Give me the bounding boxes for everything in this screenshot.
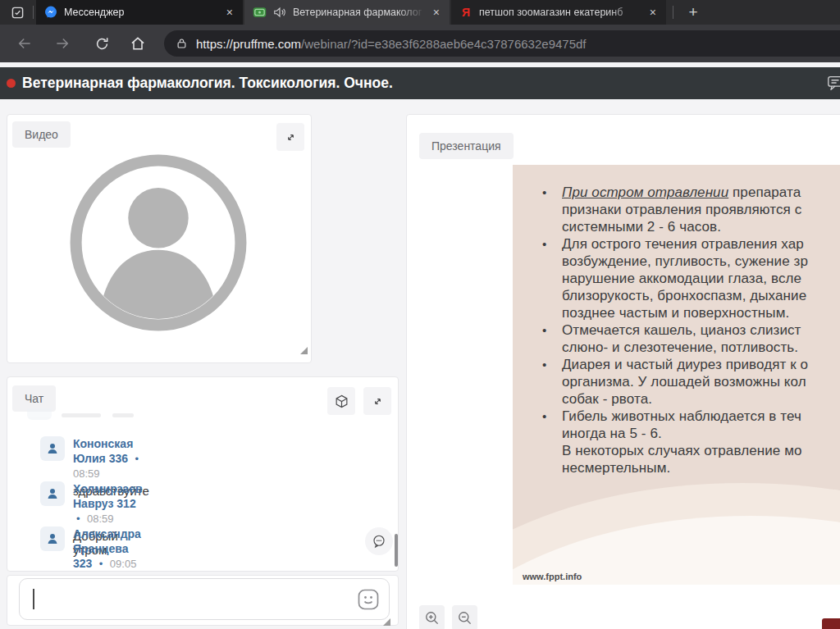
slide-text: Отмечается кашель, цианоз слизист	[562, 321, 808, 339]
presentation-panel-label: Презентация	[419, 133, 514, 159]
messenger-favicon-icon	[44, 6, 57, 19]
message-time: 08:59	[87, 513, 114, 525]
chat-bubble-icon	[827, 75, 840, 90]
slide-text: несмертельным.	[562, 459, 808, 476]
arrow-right-icon	[54, 35, 71, 52]
sender-name: Холмирзаев Навруз 312	[73, 482, 143, 510]
smiley-icon	[358, 589, 379, 610]
webinar-header: Ветеринарная фармакология. Токсикология.…	[0, 67, 840, 99]
tab-separator	[673, 6, 673, 19]
avatar	[40, 481, 65, 506]
slide-text: В некоторых случаях отравление мо	[562, 442, 808, 459]
message-header: Александра Яранцева 323 • 09:05 Яранцева…	[73, 526, 141, 572]
tab-messenger[interactable]: Мессенджер ×	[36, 0, 243, 25]
tab-separator	[33, 6, 34, 19]
forward-button[interactable]	[49, 31, 75, 56]
avatar	[27, 408, 52, 420]
video-panel: Видео	[7, 114, 312, 363]
close-icon[interactable]: ×	[431, 6, 441, 19]
chat-panel: Чат Кононская Юлия 336 • 08:5	[7, 376, 399, 572]
refresh-icon	[94, 36, 110, 52]
close-icon[interactable]: ×	[648, 6, 658, 19]
audio-playing-icon	[273, 7, 286, 18]
avatar-placeholder	[70, 154, 247, 331]
meta-separator: •	[76, 513, 80, 525]
avatar	[40, 436, 65, 461]
chat-expand-button[interactable]	[363, 387, 391, 415]
slide-text: собак - рвота.	[562, 390, 808, 408]
tab-title: петшоп зоомагазин екатеринб	[479, 7, 641, 18]
browser-tab-bar: Мессенджер × Ветеринарная фармаколог × Я…	[0, 0, 840, 25]
browser-toolbar: https://pruffme.com/webinar/?id=e38e3f62…	[0, 25, 840, 62]
slide-text: препарата	[728, 185, 801, 200]
chat-message-input[interactable]	[19, 578, 390, 620]
new-message-indicator-button[interactable]	[365, 527, 393, 555]
lock-icon	[176, 37, 188, 50]
tab-webinar[interactable]: Ветеринарная фармаколог ×	[244, 0, 450, 25]
slide-text: признаки отравления проявляются с	[562, 201, 808, 218]
presentation-slide: • При остром отравлении препарата призна…	[513, 165, 840, 585]
meta-separator: •	[135, 453, 139, 465]
zoom-out-button[interactable]	[452, 605, 477, 629]
chat-cube-button[interactable]	[327, 387, 355, 415]
clipped-text	[62, 413, 101, 417]
person-icon	[46, 532, 59, 545]
chat-input-panel	[7, 575, 399, 626]
message-time: 08:59	[73, 467, 100, 480]
slide-bullet: • Гибель животных наблюдается в теч иног…	[542, 408, 808, 476]
chat-bubble-dots-icon	[372, 534, 386, 549]
slide-text: Гибель животных наблюдается в теч	[562, 408, 808, 425]
home-button[interactable]	[125, 31, 151, 56]
person-avatar-icon	[70, 154, 247, 331]
text-caret	[33, 589, 34, 609]
avatar	[40, 526, 65, 551]
webinar-title: Ветеринарная фармакология. Токсикология.…	[22, 75, 393, 92]
expand-icon	[284, 130, 298, 144]
yandex-favicon-icon: Я	[459, 6, 472, 19]
slide-text: слюно- и слезотечение, потливость.	[562, 339, 808, 356]
tab-actions-button[interactable]	[7, 3, 28, 21]
address-bar[interactable]: https://pruffme.com/webinar/?id=e38e3f62…	[164, 30, 840, 57]
clipped-text	[112, 413, 134, 417]
video-resize-handle[interactable]	[300, 347, 308, 354]
slide-bullet: • Диарея и частый диурез приводят к о ор…	[542, 356, 808, 408]
new-tab-button[interactable]: +	[682, 2, 704, 22]
slide-text: возбуждение, пугливость, сужение зр	[562, 253, 808, 270]
meta-separator: •	[99, 558, 103, 570]
home-icon	[130, 35, 146, 52]
tab-actions-icon	[11, 7, 24, 19]
tab-title: Ветеринарная фармаколог	[293, 7, 425, 18]
arrow-left-icon	[16, 35, 33, 52]
presentation-panel: Презентация • При остром отравлении преп…	[406, 114, 840, 629]
clipped-red-element[interactable]	[822, 618, 840, 629]
cube-icon	[334, 394, 349, 409]
webinar-favicon-icon	[253, 7, 267, 18]
person-icon	[46, 487, 59, 500]
refresh-button[interactable]	[89, 31, 115, 56]
chat-scrollbar-thumb[interactable]	[395, 534, 398, 567]
slide-text: При остром отравлении	[562, 185, 728, 200]
emoji-button[interactable]	[357, 588, 379, 610]
tab-yandex-search[interactable]: Я петшоп зоомагазин екатеринб ×	[451, 0, 666, 25]
slide-bullet: • При остром отравлении препарата призна…	[542, 184, 808, 235]
slide-text: Диарея и частый диурез приводят к о	[562, 356, 808, 373]
tab-title: Мессенджер	[64, 7, 218, 18]
close-icon[interactable]: ×	[225, 6, 235, 19]
message-time: 09:05	[110, 558, 137, 570]
slide-text: системными 2 - 6 часов.	[562, 218, 808, 235]
input-resize-handle[interactable]	[383, 618, 390, 626]
slide-text: иногда на 5 - 6.	[562, 425, 808, 442]
url-text: https://pruffme.com/webinar/?id=e38e3f62…	[196, 37, 587, 51]
url-host: https://pruffme.com	[196, 37, 301, 51]
back-button[interactable]	[11, 31, 38, 56]
slide-bullet: • Для острого течения отравления хар воз…	[542, 235, 808, 321]
person-icon	[46, 442, 59, 455]
expand-icon	[371, 394, 385, 408]
video-panel-label: Видео	[12, 121, 71, 148]
sender-name: Кононская Юлия 336	[73, 437, 133, 465]
zoom-in-button[interactable]	[419, 605, 445, 629]
slide-bullet-list: • При остром отравлении препарата призна…	[542, 184, 808, 476]
video-expand-button[interactable]	[276, 123, 304, 151]
header-chat-toggle[interactable]	[827, 75, 840, 90]
slide-text: организма. У лошадей возможны кол	[562, 373, 808, 390]
